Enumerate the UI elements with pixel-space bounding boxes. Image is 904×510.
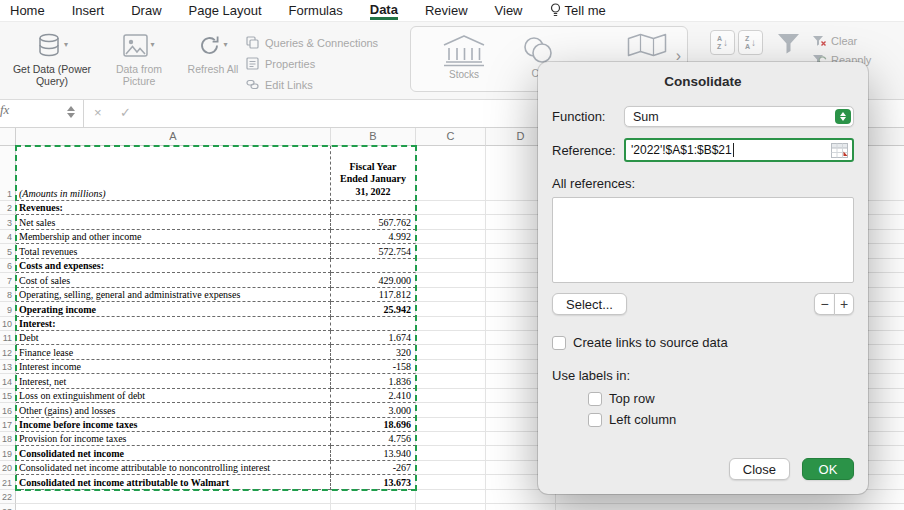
sort-descending-button[interactable]: ZA ↓ xyxy=(738,30,763,55)
cell-b22[interactable] xyxy=(331,490,416,504)
reference-input[interactable]: '2022'!$A$1:$B$21 xyxy=(624,138,854,162)
sort-ascending-button[interactable]: AZ ↓ xyxy=(710,30,735,55)
cell-b7[interactable]: 429.000 xyxy=(331,273,416,287)
cell-a20[interactable]: Consolidated net income attributable to … xyxy=(16,461,331,475)
cell-b4[interactable]: 4.992 xyxy=(331,230,416,244)
cell-a15[interactable]: Loss on extinguishment of debt xyxy=(16,389,331,403)
cell-a21[interactable]: Consolidated net income attributable to … xyxy=(16,475,331,489)
all-references-listbox[interactable] xyxy=(552,197,854,283)
cell-b23[interactable] xyxy=(331,504,416,510)
cell-c14[interactable] xyxy=(416,374,486,388)
menu-page-layout[interactable]: Page Layout xyxy=(189,2,262,20)
cell-c1[interactable] xyxy=(416,146,486,201)
row-number-1[interactable]: 1 xyxy=(0,146,16,201)
row-number-18[interactable]: 18 xyxy=(0,432,16,446)
cell-b11[interactable]: 1.674 xyxy=(331,331,416,345)
row-number-12[interactable]: 12 xyxy=(0,345,16,359)
cell-a7[interactable]: Cost of sales xyxy=(16,273,331,287)
cell-a4[interactable]: Membership and other income xyxy=(16,230,331,244)
menu-review[interactable]: Review xyxy=(425,2,468,20)
refresh-all-button[interactable]: ▾ Refresh All xyxy=(182,30,244,76)
cell-b21[interactable]: 13.673 xyxy=(331,475,416,489)
cell-a13[interactable]: Interest income xyxy=(16,360,331,374)
cell-a8[interactable]: Operating, selling, general and administ… xyxy=(16,288,331,302)
menu-view[interactable]: View xyxy=(495,2,523,20)
cell-b6[interactable] xyxy=(331,259,416,273)
cell-b15[interactable]: 2.410 xyxy=(331,389,416,403)
cell-b14[interactable]: 1.836 xyxy=(331,374,416,388)
row-number-13[interactable]: 13 xyxy=(0,360,16,374)
cell-b16[interactable]: 3.000 xyxy=(331,403,416,417)
cell-a16[interactable]: Other (gains) and losses xyxy=(16,403,331,417)
range-picker-icon[interactable] xyxy=(831,143,848,158)
edit-links-button[interactable]: Edit Links xyxy=(246,74,402,95)
row-number-8[interactable]: 8 xyxy=(0,288,16,302)
cell-a5[interactable]: Total revenues xyxy=(16,244,331,258)
data-from-picture-button[interactable]: ▾ Data from Picture xyxy=(102,30,176,87)
row-number-9[interactable]: 9 xyxy=(0,302,16,316)
row-number-11[interactable]: 11 xyxy=(0,331,16,345)
column-header-B[interactable]: B xyxy=(331,128,416,146)
cell-a3[interactable]: Net sales xyxy=(16,215,331,229)
cell-d23[interactable] xyxy=(486,504,556,510)
ok-button[interactable]: OK xyxy=(802,458,854,480)
row-number-3[interactable]: 3 xyxy=(0,215,16,229)
cell-c16[interactable] xyxy=(416,403,486,417)
cell-a18[interactable]: Provision for income taxes xyxy=(16,432,331,446)
cell-c6[interactable] xyxy=(416,259,486,273)
cell-a19[interactable]: Consolidated net income xyxy=(16,446,331,460)
row-number-4[interactable]: 4 xyxy=(0,230,16,244)
cell-a11[interactable]: Debt xyxy=(16,331,331,345)
cell-c18[interactable] xyxy=(416,432,486,446)
map-button[interactable] xyxy=(627,33,667,61)
cell-b5[interactable]: 572.754 xyxy=(331,244,416,258)
cell-b12[interactable]: 320 xyxy=(331,345,416,359)
cell-b13[interactable]: -158 xyxy=(331,360,416,374)
row-number-21[interactable]: 21 xyxy=(0,475,16,489)
cell-a12[interactable]: Finance lease xyxy=(16,345,331,359)
menu-tell-me[interactable]: Tell me xyxy=(550,2,606,20)
filter-button[interactable] xyxy=(776,32,801,56)
cell-c5[interactable] xyxy=(416,244,486,258)
cell-c3[interactable] xyxy=(416,215,486,229)
row-number-14[interactable]: 14 xyxy=(0,374,16,388)
cell-a10[interactable]: Interest: xyxy=(16,317,331,331)
close-button[interactable]: Close xyxy=(729,458,790,480)
cell-a9[interactable]: Operating income xyxy=(16,302,331,316)
row-number-10[interactable]: 10 xyxy=(0,317,16,331)
top-row-checkbox[interactable] xyxy=(588,392,602,406)
cell-c22[interactable] xyxy=(416,490,486,504)
cell-a22[interactable] xyxy=(16,490,331,504)
cell-c20[interactable] xyxy=(416,461,486,475)
select-button[interactable]: Select... xyxy=(552,293,627,315)
cell-b3[interactable]: 567.762 xyxy=(331,215,416,229)
column-header-C[interactable]: C xyxy=(416,128,486,146)
remove-reference-button[interactable]: − xyxy=(814,293,834,315)
row-number-15[interactable]: 15 xyxy=(0,389,16,403)
cell-b9[interactable]: 25.942 xyxy=(331,302,416,316)
menu-home[interactable]: Home xyxy=(10,2,45,20)
menu-insert[interactable]: Insert xyxy=(72,2,105,20)
cell-c4[interactable] xyxy=(416,230,486,244)
get-data-button[interactable]: ▾ Get Data (Power Query) xyxy=(6,30,98,87)
queries-connections-button[interactable]: Queries & Connections xyxy=(246,32,402,53)
cell-c21[interactable] xyxy=(416,475,486,489)
row-number-22[interactable]: 22 xyxy=(0,490,16,504)
row-number-7[interactable]: 7 xyxy=(0,273,16,287)
row-number-20[interactable]: 20 xyxy=(0,461,16,475)
cell-c23[interactable] xyxy=(416,504,486,510)
cell-a1[interactable]: (Amounts in millions) xyxy=(16,146,331,201)
cell-rest-23[interactable] xyxy=(556,504,904,510)
add-reference-button[interactable]: + xyxy=(834,293,854,315)
name-box-stepper-icon[interactable] xyxy=(67,106,75,118)
cell-c19[interactable] xyxy=(416,446,486,460)
cell-a2[interactable]: Revenues: xyxy=(16,201,331,215)
cancel-entry-button[interactable]: × xyxy=(94,105,102,120)
row-number-17[interactable]: 17 xyxy=(0,418,16,432)
properties-button[interactable]: Properties xyxy=(246,53,402,74)
column-header-A[interactable]: A xyxy=(16,128,331,146)
cell-b8[interactable]: 117.812 xyxy=(331,288,416,302)
cell-c10[interactable] xyxy=(416,317,486,331)
cell-a14[interactable]: Interest, net xyxy=(16,374,331,388)
cell-b2[interactable] xyxy=(331,201,416,215)
